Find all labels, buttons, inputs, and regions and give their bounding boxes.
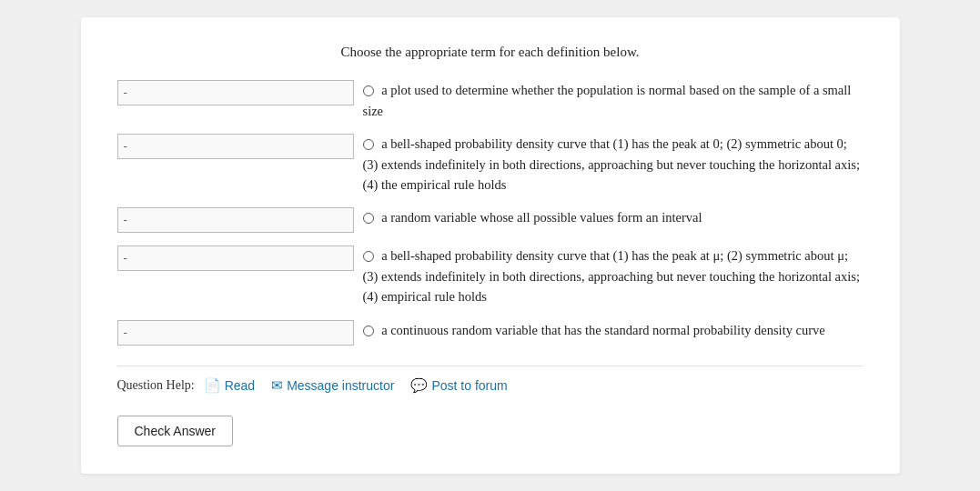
matching-row: - a random variable whose all possible v… [117, 207, 864, 233]
diamond-icon-2 [363, 213, 374, 224]
main-container: Choose the appropriate term for each def… [81, 17, 900, 474]
diamond-icon-4 [363, 326, 374, 336]
definition-text-3: a bell-shaped probability density curve … [363, 246, 864, 306]
read-icon: 📄 [204, 377, 221, 394]
matching-row: - a bell-shaped probability density curv… [117, 134, 864, 195]
answer-box-3[interactable]: - [117, 246, 354, 271]
read-link[interactable]: 📄 Read [204, 377, 255, 394]
message-instructor-link[interactable]: ✉ Message instructor [271, 377, 394, 394]
question-help-bar: Question Help: 📄 Read ✉ Message instruct… [117, 366, 864, 394]
answer-box-2[interactable]: - [117, 207, 354, 233]
definition-text-0: a plot used to determine whether the pop… [363, 80, 864, 121]
post-to-forum-label: Post to forum [431, 378, 507, 393]
matching-rows: - a plot used to determine whether the p… [117, 80, 864, 346]
answer-box-1[interactable]: - [117, 134, 354, 159]
post-to-forum-link[interactable]: 💬 Post to forum [410, 377, 507, 394]
check-answer-button[interactable]: Check Answer [117, 416, 233, 446]
message-icon: ✉ [271, 377, 283, 394]
matching-row: - a bell-shaped probability density curv… [117, 246, 864, 306]
definition-text-1: a bell-shaped probability density curve … [363, 134, 864, 195]
answer-box-0[interactable]: - [117, 80, 354, 105]
definition-text-2: a random variable whose all possible val… [363, 207, 864, 227]
forum-icon: 💬 [410, 377, 428, 394]
definition-text-4: a continuous random variable that has th… [363, 320, 864, 340]
message-instructor-label: Message instructor [287, 378, 394, 393]
read-label: Read [225, 378, 255, 393]
diamond-icon-3 [363, 251, 374, 262]
diamond-icon-0 [363, 85, 374, 96]
matching-row: - a plot used to determine whether the p… [117, 80, 864, 121]
diamond-icon-1 [363, 139, 374, 150]
answer-box-4[interactable]: - [117, 320, 354, 346]
instruction-text: Choose the appropriate term for each def… [117, 45, 864, 60]
question-help-label: Question Help: [117, 378, 195, 393]
matching-row: - a continuous random variable that has … [117, 320, 864, 346]
